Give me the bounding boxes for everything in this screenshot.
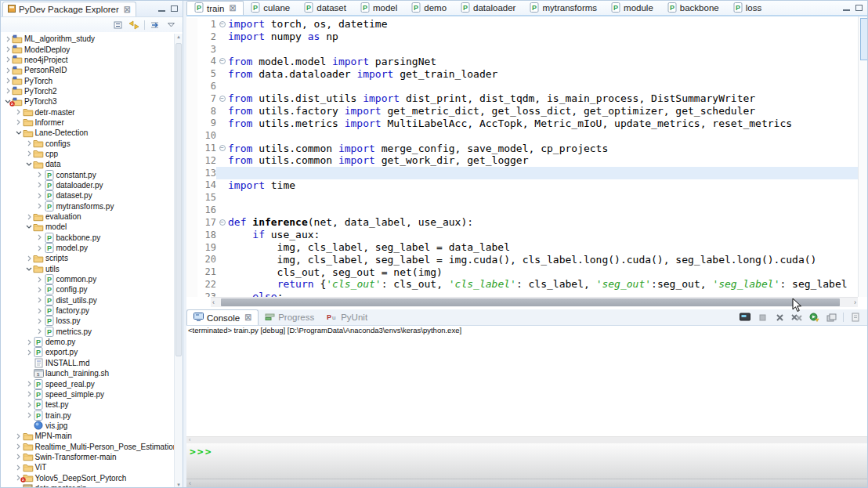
scroll-down-icon[interactable]: ▾ bbox=[175, 482, 183, 488]
chevron-down-icon[interactable] bbox=[25, 265, 33, 273]
code-line-19[interactable]: 19 img, cls_label, seg_label = data_labe… bbox=[186, 241, 858, 254]
console-scrollbar-lower[interactable]: ‹ bbox=[186, 479, 868, 488]
tree-item-informer[interactable]: Informer bbox=[1, 117, 175, 128]
relaunch-icon[interactable] bbox=[808, 312, 819, 323]
chevron-right-icon[interactable] bbox=[36, 296, 44, 304]
tree-item-cpp[interactable]: cpp bbox=[1, 149, 175, 159]
tree-item-personreid[interactable]: PersonReID bbox=[1, 65, 175, 75]
tree-item-yolov5-deepsort-pytorch[interactable]: Yolov5_DeepSort_Pytorch bbox=[1, 472, 175, 483]
chevron-right-icon[interactable] bbox=[25, 213, 33, 221]
code-line-14[interactable]: 14import time bbox=[186, 179, 858, 192]
close-icon[interactable]: ☒ bbox=[124, 5, 131, 14]
chevron-right-icon[interactable] bbox=[36, 202, 44, 210]
tree-item-backbone-py[interactable]: Pbackbone.py bbox=[1, 233, 175, 243]
code-line-17[interactable]: 17−def inference(net, data_label, use_au… bbox=[186, 216, 858, 229]
chevron-right-icon[interactable] bbox=[15, 443, 23, 450]
code-line-1[interactable]: 1−import torch, os, datetime bbox=[186, 18, 858, 31]
tree-item-mpn-main[interactable]: MPN-main bbox=[1, 431, 175, 441]
chevron-right-icon[interactable] bbox=[4, 77, 12, 85]
chevron-right-icon[interactable] bbox=[4, 56, 12, 63]
editor-tab-culane[interactable]: Pculane bbox=[244, 1, 297, 15]
tree-item-constant-py[interactable]: Pconstant.py bbox=[1, 169, 175, 179]
chevron-right-icon[interactable] bbox=[36, 192, 44, 200]
tree-item-loss-py[interactable]: Ploss.py bbox=[1, 316, 175, 326]
chevron-down-icon[interactable] bbox=[15, 129, 23, 137]
remove-launch-icon[interactable] bbox=[774, 312, 785, 323]
chevron-right-icon[interactable] bbox=[15, 464, 23, 472]
editor-tab-loss[interactable]: Ploss bbox=[726, 1, 769, 15]
chevron-right-icon[interactable] bbox=[25, 401, 33, 409]
editor-tab-dataset[interactable]: Pdataset bbox=[297, 1, 353, 15]
chevron-right-icon[interactable] bbox=[36, 307, 44, 315]
chevron-right-icon[interactable] bbox=[25, 380, 33, 388]
chevron-right-icon[interactable] bbox=[4, 87, 12, 95]
tree-item-speed-simple-py[interactable]: Pspeed_simple.py bbox=[1, 389, 175, 399]
code-line-9[interactable]: 9from utils.metrics import MultiLabelAcc… bbox=[186, 117, 858, 130]
code-line-21[interactable]: 21 cls_out, seg_out = net(img) bbox=[186, 266, 858, 278]
tree-scrollbar-thumb[interactable] bbox=[175, 43, 182, 356]
chevron-right-icon[interactable] bbox=[36, 244, 44, 252]
code-line-13[interactable]: 13 bbox=[186, 167, 858, 179]
code-line-23[interactable]: 23 else: bbox=[186, 291, 858, 297]
code-line-18[interactable]: 18 if use_aux: bbox=[186, 229, 858, 241]
chevron-right-icon[interactable] bbox=[36, 171, 44, 179]
tree-item-pytorch3[interactable]: PyTorch3 bbox=[1, 96, 175, 107]
minimize-icon[interactable] bbox=[843, 5, 850, 11]
tree-item-configs[interactable]: configs bbox=[1, 138, 175, 148]
code-line-8[interactable]: 8from utils.factory import get_metric_di… bbox=[186, 105, 858, 117]
code-line-22[interactable]: 22 return {'cls_out': cls_out, 'cls_labe… bbox=[186, 278, 858, 291]
code-line-7[interactable]: 7−from utils.dist_utils import dist_prin… bbox=[186, 92, 858, 105]
code-line-4[interactable]: 4−from model.model import parsingNet bbox=[186, 55, 858, 67]
display-selected-console-icon[interactable] bbox=[740, 312, 750, 323]
chevron-right-icon[interactable] bbox=[25, 390, 33, 398]
chevron-right-icon[interactable] bbox=[4, 35, 12, 43]
code-line-15[interactable]: 15 bbox=[186, 191, 858, 204]
close-icon[interactable]: ☒ bbox=[244, 313, 251, 322]
console-tab-console[interactable]: Console☒ bbox=[186, 309, 259, 325]
console-tab-pyunit[interactable]: PuPyUnit bbox=[320, 309, 374, 325]
link-with-editor-icon[interactable] bbox=[128, 20, 139, 31]
chevron-right-icon[interactable] bbox=[25, 411, 33, 419]
console-scrollbar-upper[interactable]: ‹ bbox=[186, 436, 868, 443]
pin-console-icon[interactable] bbox=[826, 312, 837, 323]
terminate-icon[interactable] bbox=[757, 312, 768, 323]
tree-item-dataloader-py[interactable]: Pdataloader.py bbox=[1, 180, 175, 190]
tree-item-detr-master[interactable]: detr-master bbox=[1, 107, 175, 117]
tree-item-metrics-py[interactable]: Pmetrics.py bbox=[1, 327, 175, 337]
scroll-up-icon[interactable]: ▴ bbox=[175, 34, 183, 40]
tree-item-speed-real-py[interactable]: Pspeed_real.py bbox=[1, 378, 175, 389]
open-console-icon[interactable] bbox=[850, 312, 861, 323]
tree-item-neo4jproject[interactable]: neo4jProject bbox=[1, 55, 175, 65]
fold-marker-icon[interactable]: − bbox=[216, 18, 228, 31]
tree-item-realtime-multi-person-pose-estimation[interactable]: Realtime_Multi-Person_Pose_Estimation bbox=[1, 441, 175, 451]
collapse-all-icon[interactable] bbox=[113, 20, 124, 31]
chevron-right-icon[interactable] bbox=[4, 67, 12, 74]
tree-item-detr-master-zip[interactable]: detr-master.zip bbox=[1, 483, 175, 488]
code-line-10[interactable]: 10 bbox=[186, 129, 858, 142]
minimize-icon[interactable] bbox=[158, 6, 165, 12]
tree-item-dist-utils-py[interactable]: Pdist_utils.py bbox=[1, 295, 175, 305]
chevron-right-icon[interactable] bbox=[36, 327, 44, 335]
console-tab-progress[interactable]: Progress bbox=[259, 309, 320, 325]
tree-item-lane-detection[interactable]: Lane-Detection bbox=[1, 128, 175, 138]
chevron-down-icon[interactable] bbox=[25, 223, 33, 231]
tree-item-dataset-py[interactable]: Pdataset.py bbox=[1, 190, 175, 201]
tree-item-utils[interactable]: utils bbox=[1, 264, 175, 274]
tree-item-swin-transformer-main[interactable]: Swin-Transformer-main bbox=[1, 452, 175, 462]
tree-item-factory-py[interactable]: Pfactory.py bbox=[1, 305, 175, 316]
tree-item-launch-training-sh[interactable]: $launch_training.sh bbox=[1, 368, 175, 378]
editor-tab-model[interactable]: Pmodel bbox=[353, 1, 404, 15]
chevron-right-icon[interactable] bbox=[25, 150, 33, 157]
tree-item-pytorch2[interactable]: PyTorch2 bbox=[1, 86, 175, 96]
tree-item-common-py[interactable]: Pcommon.py bbox=[1, 274, 175, 284]
editor-vertical-scrollbar[interactable] bbox=[858, 16, 868, 297]
console-output[interactable] bbox=[186, 336, 868, 436]
chevron-right-icon[interactable] bbox=[25, 139, 33, 147]
chevron-right-icon[interactable] bbox=[15, 118, 23, 126]
code-line-16[interactable]: 16 bbox=[186, 204, 858, 216]
maximize-icon[interactable] bbox=[171, 5, 178, 12]
fold-marker-icon[interactable]: − bbox=[216, 216, 228, 229]
chevron-right-icon[interactable] bbox=[4, 45, 12, 53]
chevron-right-icon[interactable] bbox=[25, 255, 33, 262]
tree-item-vit[interactable]: ViT bbox=[1, 462, 175, 472]
